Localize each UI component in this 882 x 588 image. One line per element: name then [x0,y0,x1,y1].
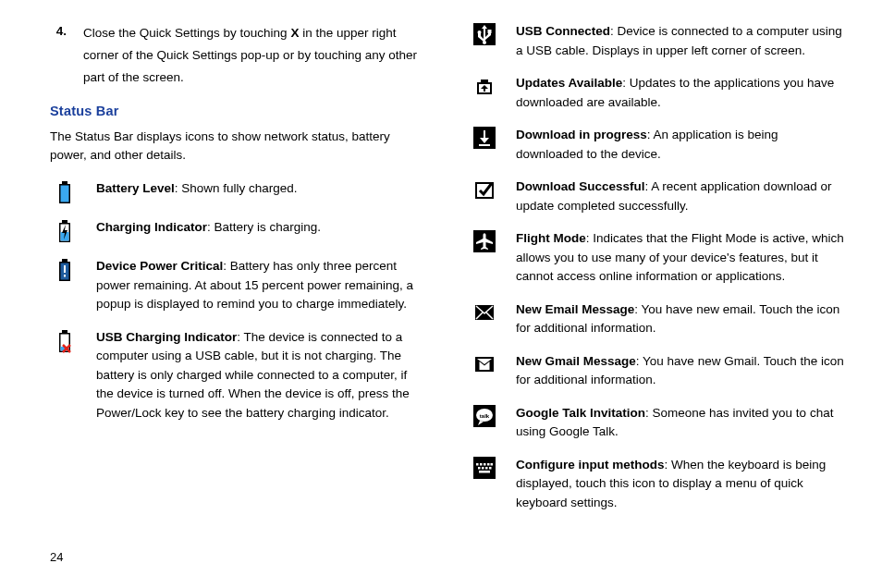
icon-desc: Download in progress: An application is … [516,126,845,164]
icon-desc: USB Charging Indicator: The device is co… [96,328,425,423]
battery-full-icon [50,179,80,204]
status-bar-intro: The Status Bar displays icons to show ne… [50,128,425,165]
battery-critical-icon [50,257,80,282]
updates-available-icon [470,74,499,97]
desc-text: : Shown fully charged. [175,181,298,195]
row-download-successful: Download Successful: A recent applicatio… [470,178,845,215]
title-text: USB Connected [516,24,610,38]
usb-charging-icon [50,328,80,353]
step-text: Close the Quick Settings by touching X i… [83,22,425,89]
row-new-gmail: New Gmail Message: You have new Gmail. T… [470,352,845,390]
icon-desc: Google Talk Invitation: Someone has invi… [516,404,845,442]
row-google-talk: talk Google Talk Invitation: Someone has… [470,404,845,442]
svg-point-17 [483,41,486,44]
title-text: USB Charging Indicator [96,330,237,344]
svg-point-19 [478,31,482,34]
row-charging-indicator: Charging Indicator: Battery is charging. [50,218,425,243]
icon-desc: Battery Level: Shown fully charged. [96,179,425,199]
svg-rect-11 [64,275,66,277]
icon-desc: Charging Indicator: Battery is charging. [96,218,425,238]
svg-rect-10 [64,265,66,273]
row-battery-level: Battery Level: Shown fully charged. [50,179,425,204]
title-text: Configure input methods [516,458,664,472]
row-new-email: New Email Message: You have new email. T… [470,300,845,338]
svg-rect-32 [473,457,496,479]
svg-rect-34 [480,463,483,466]
google-talk-icon: talk [470,404,499,427]
svg-rect-12 [62,330,67,333]
icon-desc: USB Connected: Device is connected to a … [516,22,845,60]
svg-rect-41 [489,467,492,470]
download-success-icon [470,178,499,201]
icon-desc: Device Power Critical: Battery has only … [96,257,425,314]
title-text: Flight Mode [516,231,586,245]
svg-rect-39 [482,467,484,470]
desc-text: : Battery is charging. [207,220,321,234]
title-text: New Gmail Message [516,354,636,368]
row-updates-available: Updates Available: Updates to the applic… [470,74,845,112]
row-flight-mode: Flight Mode: Indicates that the Flight M… [470,229,845,287]
title-text: Battery Level [96,181,175,195]
svg-rect-40 [485,467,488,470]
title-text: Charging Indicator [96,220,207,234]
icon-desc: Flight Mode: Indicates that the Flight M… [516,229,845,287]
title-text: Device Power Critical [96,259,223,273]
svg-text:talk: talk [480,412,490,418]
icon-desc: Configure input methods: When the keyboa… [516,456,845,513]
icon-desc: Download Successful: A recent applicatio… [516,178,845,215]
title-text: New Email Message [516,302,634,316]
title-text: Google Talk Invitation [516,406,645,420]
step-4: 4. Close the Quick Settings by touching … [50,22,425,89]
svg-rect-2 [61,186,69,202]
row-usb-connected: USB Connected: Device is connected to a … [470,22,845,60]
svg-rect-33 [476,463,479,466]
svg-rect-0 [62,181,67,184]
gmail-icon [470,352,499,375]
usb-icon [470,22,499,45]
left-column: 4. Close the Quick Settings by touching … [50,22,425,526]
row-usb-charging-indicator: USB Charging Indicator: The device is co… [50,328,425,423]
flight-mode-icon [470,229,499,252]
icon-desc: Updates Available: Updates to the applic… [516,74,845,112]
svg-rect-35 [484,463,486,466]
step-text-pre: Close the Quick Settings by touching [83,26,290,40]
keyboard-icon [470,456,499,479]
icon-desc: New Email Message: You have new email. T… [516,300,845,338]
row-download-progress: Download in progress: An application is … [470,126,845,164]
svg-rect-7 [62,259,67,262]
svg-rect-3 [62,220,67,223]
download-progress-icon [470,126,499,149]
svg-rect-37 [491,463,494,466]
title-text: Download Successful [516,179,645,193]
row-configure-input: Configure input methods: When the keyboa… [470,456,845,513]
icon-desc: New Gmail Message: You have new Gmail. T… [516,352,845,390]
row-device-power-critical: Device Power Critical: Battery has only … [50,257,425,314]
email-icon [470,300,499,324]
svg-rect-22 [479,144,490,146]
page-number: 24 [50,548,63,567]
title-text: Updates Available [516,76,622,90]
svg-rect-38 [478,467,481,470]
svg-rect-36 [487,463,490,466]
svg-rect-42 [479,471,490,473]
right-column: USB Connected: Device is connected to a … [470,22,845,526]
step-number: 4. [50,22,67,89]
title-text: Download in progress [516,128,647,141]
battery-charging-icon [50,218,80,243]
svg-rect-18 [488,30,492,33]
status-bar-heading: Status Bar [50,102,425,122]
